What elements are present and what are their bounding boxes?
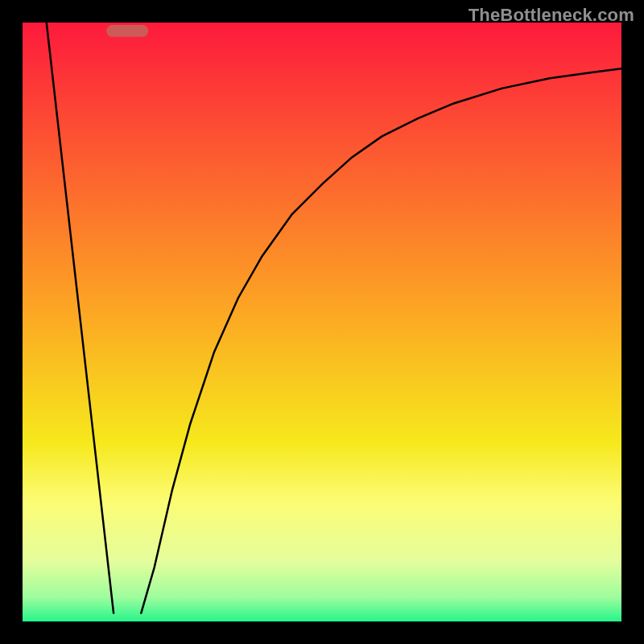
chart-svg xyxy=(23,23,621,621)
watermark-text: TheBottleneck.com xyxy=(469,5,634,26)
chart-frame: TheBottleneck.com xyxy=(0,0,644,644)
gradient-background xyxy=(23,23,621,621)
plot-area xyxy=(23,23,621,621)
valley-marker xyxy=(106,25,148,37)
